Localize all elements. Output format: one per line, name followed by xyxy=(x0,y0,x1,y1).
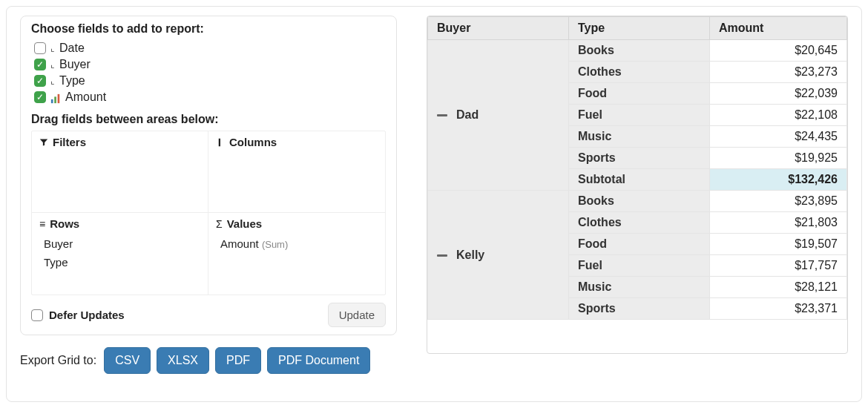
defer-label: Defer Updates xyxy=(49,309,125,321)
defer-updates-toggle[interactable]: Defer Updates xyxy=(31,309,125,321)
export-pdf-document-button[interactable]: PDF Document xyxy=(267,347,370,374)
svg-rect-2 xyxy=(58,93,60,102)
table-row[interactable]: DadBooks$20,645 xyxy=(428,40,847,62)
field-item-type[interactable]: ✓⌞Type xyxy=(34,73,386,89)
field-checkbox[interactable]: ✓ xyxy=(34,59,46,70)
dimension-icon: ⌞ xyxy=(50,59,55,70)
field-checkbox[interactable]: ✓ xyxy=(34,91,46,103)
dimension-icon: ⌞ xyxy=(50,76,55,86)
export-csv-button[interactable]: CSV xyxy=(104,347,151,374)
areas-title: Drag fields between areas below: xyxy=(31,113,386,126)
amount-cell[interactable]: $23,371 xyxy=(710,298,847,320)
measure-icon xyxy=(50,91,61,103)
amount-cell[interactable]: $19,925 xyxy=(710,148,847,169)
type-cell[interactable]: Music xyxy=(569,126,710,148)
amount-cell[interactable]: $19,507 xyxy=(710,234,847,255)
subtotal-amount-cell: $132,426 xyxy=(710,169,847,191)
field-checkbox[interactable] xyxy=(34,42,46,54)
buyer-name: Kelly xyxy=(456,249,484,261)
buyer-group-cell[interactable]: Dad xyxy=(428,40,569,191)
buyer-name: Dad xyxy=(456,108,479,121)
amount-cell[interactable]: $28,121 xyxy=(710,277,847,298)
area-filters[interactable]: Filters xyxy=(32,131,208,213)
export-pdf-button[interactable]: PDF xyxy=(215,347,261,374)
value-agg-label: (Sum) xyxy=(262,239,288,250)
col-header-buyer[interactable]: Buyer xyxy=(428,17,569,40)
type-cell[interactable]: Music xyxy=(569,277,710,298)
type-cell[interactable]: Books xyxy=(569,191,710,212)
type-cell[interactable]: Clothes xyxy=(569,212,710,234)
area-columns[interactable]: Columns xyxy=(208,131,385,213)
area-rows[interactable]: ≡ Rows BuyerType xyxy=(32,213,208,295)
values-icon: Σ xyxy=(216,218,223,230)
field-label: Amount xyxy=(65,91,106,104)
amount-cell[interactable]: $20,645 xyxy=(710,40,847,62)
type-cell[interactable]: Books xyxy=(569,40,710,62)
filter-icon xyxy=(39,138,48,147)
area-rows-item[interactable]: Type xyxy=(39,253,200,272)
amount-cell[interactable]: $21,803 xyxy=(710,212,847,234)
type-cell[interactable]: Food xyxy=(569,234,710,255)
type-cell[interactable]: Fuel xyxy=(569,105,710,126)
type-cell[interactable]: Clothes xyxy=(569,62,710,83)
area-columns-label: Columns xyxy=(229,136,277,148)
update-button[interactable]: Update xyxy=(328,303,386,327)
field-label: Buyer xyxy=(59,58,91,71)
amount-cell[interactable]: $22,108 xyxy=(710,105,847,126)
amount-cell[interactable]: $22,039 xyxy=(710,83,847,105)
area-values-item[interactable]: Amount (Sum) xyxy=(216,234,378,253)
collapse-icon[interactable] xyxy=(437,114,447,116)
amount-cell[interactable]: $17,757 xyxy=(710,255,847,277)
type-cell[interactable]: Fuel xyxy=(569,255,710,277)
amount-cell[interactable]: $24,435 xyxy=(710,126,847,148)
area-rows-item[interactable]: Buyer xyxy=(39,234,200,253)
svg-rect-0 xyxy=(51,99,53,102)
field-label: Date xyxy=(59,42,85,55)
type-cell[interactable]: Sports xyxy=(569,298,710,320)
columns-icon xyxy=(216,138,225,147)
buyer-group-cell[interactable]: Kelly xyxy=(428,191,569,320)
value-field-label: Amount xyxy=(220,237,259,250)
amount-cell[interactable]: $23,895 xyxy=(710,191,847,212)
svg-rect-3 xyxy=(219,138,220,146)
area-values[interactable]: Σ Values Amount (Sum) xyxy=(208,213,385,295)
field-item-buyer[interactable]: ✓⌞Buyer xyxy=(34,56,386,73)
svg-rect-1 xyxy=(54,96,56,103)
export-xlsx-button[interactable]: XLSX xyxy=(157,347,209,374)
type-cell[interactable]: Food xyxy=(569,83,710,105)
area-rows-label: Rows xyxy=(50,217,79,230)
collapse-icon[interactable] xyxy=(437,254,447,257)
field-label: Type xyxy=(59,74,85,88)
area-filters-label: Filters xyxy=(53,136,86,148)
dimension-icon: ⌞ xyxy=(50,43,55,53)
field-checkbox[interactable]: ✓ xyxy=(34,75,46,87)
type-cell[interactable]: Sports xyxy=(569,148,710,169)
field-item-date[interactable]: ⌞Date xyxy=(34,40,386,56)
col-header-type[interactable]: Type xyxy=(569,17,710,40)
col-header-amount[interactable]: Amount xyxy=(710,17,847,40)
field-item-amount[interactable]: ✓Amount xyxy=(34,89,386,105)
pivot-grid[interactable]: Buyer Type Amount DadBooks$20,645Clothes… xyxy=(427,16,848,354)
rows-icon: ≡ xyxy=(39,218,45,230)
defer-checkbox[interactable] xyxy=(31,309,43,321)
subtotal-label-cell: Subtotal xyxy=(569,169,710,191)
table-row[interactable]: KellyBooks$23,895 xyxy=(428,191,847,212)
amount-cell[interactable]: $23,273 xyxy=(710,62,847,83)
field-chooser-title: Choose fields to add to report: xyxy=(31,22,386,36)
export-label: Export Grid to: xyxy=(20,354,96,367)
area-values-label: Values xyxy=(227,217,263,230)
